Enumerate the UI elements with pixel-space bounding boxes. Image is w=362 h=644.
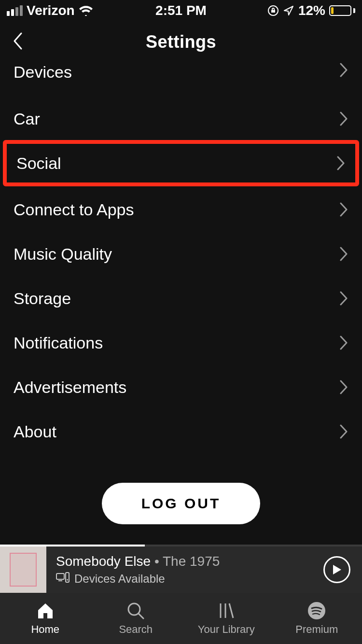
- track-separator: •: [151, 554, 163, 569]
- row-car[interactable]: Car: [0, 97, 362, 141]
- row-connect-to-apps[interactable]: Connect to Apps: [0, 187, 362, 232]
- location-icon: [283, 5, 294, 16]
- svg-rect-1: [56, 574, 64, 579]
- chevron-right-icon: [339, 291, 348, 306]
- chevron-right-icon: [339, 424, 348, 439]
- track-title: Somebody Else: [56, 554, 151, 569]
- row-advertisements[interactable]: Advertisements: [0, 365, 362, 409]
- back-button[interactable]: [12, 31, 25, 53]
- row-label: About: [14, 422, 56, 441]
- battery-percent: 12%: [298, 3, 325, 18]
- logout-button[interactable]: LOG OUT: [102, 483, 261, 524]
- row-about[interactable]: About: [0, 409, 362, 454]
- svg-rect-2: [58, 580, 62, 581]
- search-icon: [126, 601, 145, 620]
- row-devices[interactable]: Devices: [0, 63, 362, 97]
- svg-line-9: [229, 603, 233, 618]
- tab-label: Search: [119, 623, 153, 636]
- chevron-right-icon: [339, 63, 348, 77]
- chevron-right-icon: [339, 112, 348, 126]
- chevron-right-icon: [339, 336, 348, 350]
- tab-your-library[interactable]: Your Library: [181, 593, 272, 644]
- tab-bar: Home Search Your Library Premium: [0, 593, 362, 644]
- home-icon: [36, 601, 55, 620]
- signal-icon: [7, 5, 23, 16]
- battery-icon: [329, 5, 355, 16]
- spotify-icon: [307, 601, 326, 620]
- carrier-label: Verizon: [27, 3, 75, 18]
- chevron-right-icon: [339, 202, 348, 217]
- tab-label: Home: [31, 623, 59, 636]
- status-bar: Verizon 2:51 PM 12%: [0, 0, 362, 21]
- track-artist: The 1975: [163, 554, 220, 569]
- now-playing-text: Somebody Else • The 1975 Devices Availab…: [56, 554, 314, 586]
- svg-line-6: [139, 614, 143, 618]
- library-icon: [217, 601, 236, 620]
- tab-home[interactable]: Home: [0, 593, 91, 644]
- now-playing-line1: Somebody Else • The 1975: [56, 554, 314, 569]
- row-label: Devices: [14, 63, 72, 82]
- tab-premium[interactable]: Premium: [272, 593, 362, 644]
- row-label: Notifications: [14, 334, 103, 352]
- tab-search[interactable]: Search: [91, 593, 181, 644]
- row-label: Connect to Apps: [14, 200, 134, 219]
- orientation-lock-icon: [267, 5, 279, 16]
- album-art: [0, 546, 46, 593]
- play-button[interactable]: [323, 556, 350, 583]
- devices-label: Devices Available: [74, 572, 165, 586]
- wifi-icon: [79, 5, 93, 16]
- row-label: Advertisements: [14, 378, 126, 397]
- screen: Verizon 2:51 PM 12% Settings: [0, 0, 362, 644]
- status-time: 2:51 PM: [155, 3, 207, 18]
- devices-available[interactable]: Devices Available: [56, 572, 314, 586]
- now-playing-bar[interactable]: Somebody Else • The 1975 Devices Availab…: [0, 546, 362, 593]
- svg-point-4: [67, 579, 68, 581]
- chevron-right-icon: [339, 380, 348, 394]
- chevron-right-icon: [339, 247, 348, 261]
- row-notifications[interactable]: Notifications: [0, 321, 362, 365]
- status-right: 12%: [267, 3, 355, 18]
- svg-rect-3: [66, 573, 69, 582]
- row-label: Music Quality: [14, 245, 112, 264]
- devices-icon: [56, 572, 70, 586]
- row-music-quality[interactable]: Music Quality: [0, 232, 362, 276]
- logout-wrap: LOG OUT: [0, 454, 362, 534]
- settings-list: Devices Car Social Connect to Apps Music…: [0, 63, 362, 545]
- row-label: Storage: [14, 289, 71, 308]
- page-title: Settings: [146, 32, 216, 52]
- row-label: Car: [14, 110, 40, 128]
- chevron-right-icon: [336, 156, 346, 170]
- row-storage[interactable]: Storage: [0, 276, 362, 321]
- status-left: Verizon: [7, 3, 93, 18]
- tab-label: Premium: [295, 623, 338, 636]
- tab-label: Your Library: [198, 623, 255, 636]
- row-label: Social: [16, 154, 61, 173]
- header: Settings: [0, 21, 362, 63]
- row-social[interactable]: Social: [3, 140, 359, 186]
